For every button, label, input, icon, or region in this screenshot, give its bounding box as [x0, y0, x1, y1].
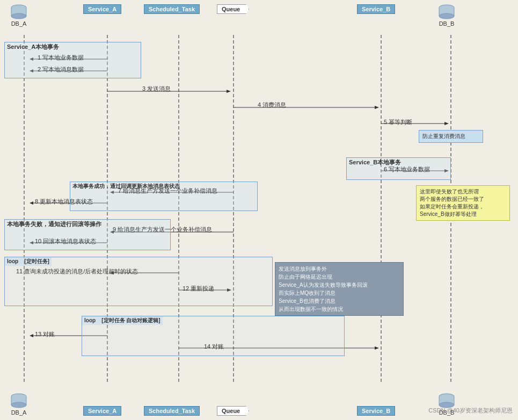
db-a-icon-bottom — [10, 393, 28, 408]
actor-service-a-bottom: Service_A — [83, 406, 121, 416]
arrow2-label: 2 写本地消息数据 — [38, 66, 84, 74]
arrow13-label: 13 对账 — [35, 330, 55, 338]
arrow14-label: 14 对账 — [204, 343, 224, 351]
note-loop-line2: 防止由于网络延迟出现 — [279, 273, 400, 281]
actor-scheduled-task-bottom: Scheduled_Task — [144, 406, 200, 416]
arrow11-label: 11 查询未成功投递的消息/后者处理超时的状态 — [16, 267, 138, 276]
actor-db-a-bottom: DB_A — [10, 393, 28, 416]
actor-scheduled-task-top: Scheduled_Task — [144, 4, 200, 14]
note-retry: 这里即使失败了也无所谓 两个服务的数据已经一致了 如果定时任务会重新投递， Se… — [416, 185, 510, 221]
actor-service-b-top: Service_B — [357, 4, 395, 14]
actor-queue-bottom: Queue — [217, 406, 249, 416]
svg-marker-21 — [30, 201, 33, 205]
actor-queue-bottom-label: Queue — [217, 406, 249, 416]
loop1-label: loop [定时任务] — [5, 257, 52, 266]
db-b-icon-top — [437, 4, 456, 19]
note-retry-line2: 两个服务的数据已经一致了 — [420, 195, 506, 203]
note-idempotent: 防止重复消费消息 — [419, 130, 483, 143]
actor-service-b-top-label: Service_B — [357, 4, 395, 14]
actor-db-b-top: DB_B — [437, 4, 456, 27]
svg-marker-33 — [375, 346, 379, 350]
note-loop: 发送消息放到事务外 防止由于网络延迟出现 Service_A认为发送失败导致事务… — [275, 262, 404, 316]
arrow1-label: 1 写本地业务数据 — [38, 54, 84, 62]
actor-queue-top-label: Queue — [217, 4, 249, 14]
service-a-local-tx-title: Service_A本地事务 — [5, 42, 141, 52]
db-a-icon — [10, 4, 28, 19]
note-retry-line4: Service_B做好幂等处理 — [420, 211, 506, 218]
svg-point-46 — [11, 402, 26, 408]
svg-marker-13 — [375, 106, 379, 109]
note-retry-line3: 如果定时任务会重新投递， — [420, 203, 506, 211]
actor-service-a-top: Service_A — [83, 4, 121, 14]
diagram-container: DB_A Service_A Scheduled_Task Queue Serv… — [0, 0, 518, 420]
svg-point-41 — [439, 13, 454, 19]
svg-marker-11 — [227, 90, 231, 93]
watermark: CSDN @40岁资深老架构师尼恩 — [428, 407, 513, 415]
note-loop-line6: 从而出现数据不一致的情况 — [279, 305, 400, 313]
actor-service-a-top-label: Service_A — [83, 4, 121, 14]
actor-queue-top: Queue — [217, 4, 249, 14]
arrow5-label: 5 幂等判断 — [384, 118, 412, 126]
local-tx-success-group: 本地事务成功，通过回调更新本地消息表状态 — [70, 182, 258, 211]
actor-service-b-bottom-label: Service_B — [357, 406, 395, 416]
arrow9-label: 9 给消息生产方发送一个业务补偿消息 — [113, 226, 212, 234]
local-tx-fail-group: 本地事务失败，通知进行回滚等操作 — [4, 219, 171, 250]
actor-scheduled-task-top-label: Scheduled_Task — [144, 4, 200, 14]
db-b-icon-bottom — [437, 393, 456, 408]
actor-db-a-top: DB_A — [10, 4, 28, 27]
actor-service-a-bottom-label: Service_A — [83, 406, 121, 416]
actor-db-a-bottom-label: DB_A — [11, 409, 27, 416]
svg-marker-15 — [444, 122, 449, 125]
note-loop-line3: Service_A认为发送失败导致事务回滚 — [279, 281, 400, 289]
arrow8-label: 8 更新本地消息表状态 — [35, 198, 93, 206]
actor-scheduled-task-bottom-label: Scheduled_Task — [144, 406, 200, 416]
arrow3-label: 3 发送消息 — [142, 85, 171, 93]
arrow7-label: 7 给消息生产方发送一个业务补偿消息 — [118, 187, 217, 195]
note-retry-line1: 这里即使失败了也无所谓 — [420, 188, 506, 195]
arrow6-label: 6 写本地业务数据 — [384, 165, 430, 173]
actor-service-b-bottom: Service_B — [357, 406, 395, 416]
note-loop-line4: 而实际上MQ收到了消息 — [279, 289, 400, 297]
arrow10-label: 10 回滚本地消息表状态 — [35, 237, 96, 245]
actor-db-b-top-label: DB_B — [439, 20, 455, 27]
arrow4-label: 4 消费消息 — [258, 101, 286, 109]
note-loop-line5: Service_B也消费了消息 — [279, 297, 400, 305]
loop2-label: loop [定时任务 自动对账逻辑] — [82, 316, 163, 325]
loop1-box: loop [定时任务] — [4, 257, 273, 306]
actor-db-a-top-label: DB_A — [11, 20, 27, 27]
svg-point-36 — [11, 13, 26, 19]
note-idempotent-text: 防止重复消费消息 — [422, 133, 465, 139]
svg-marker-31 — [30, 334, 33, 337]
arrow12-label: 12 重新投递 — [183, 285, 214, 293]
note-loop-line1: 发送消息放到事务外 — [279, 265, 400, 273]
